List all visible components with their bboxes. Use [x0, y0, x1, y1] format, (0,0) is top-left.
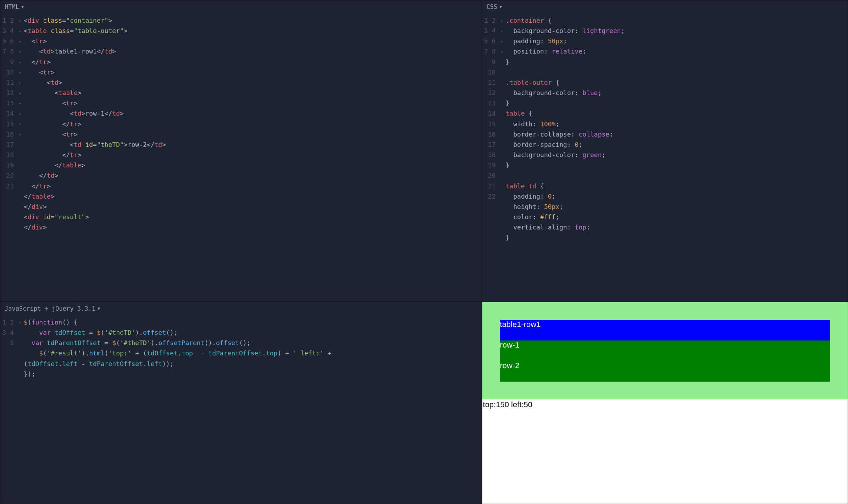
- preview-table-outer: table1-row1 row-1: [500, 320, 830, 382]
- table-row: row-1: [500, 340, 830, 361]
- html-pane-title: HTML: [5, 3, 19, 10]
- preview-cell-t1r1: table1-row1: [500, 320, 830, 340]
- css-fold-column: ▾ ▾ ▾ ▾: [501, 15, 506, 301]
- css-editor[interactable]: 1 2 3 4 5 6 7 8 9 10 11 12 13 14 15 16 1…: [482, 13, 848, 301]
- jsfiddle-layout: HTML ▼ 1 2 3 4 5 6 7 8 9 10 11 12 13 14 …: [0, 0, 848, 504]
- html-gutter: 1 2 3 4 5 6 7 8 9 10 11 12 13 14 15 16 1…: [0, 15, 19, 301]
- result-pane: table1-row1 row-1: [482, 302, 848, 504]
- preview-cell-nested: row-1 row-2: [500, 340, 830, 382]
- js-pane: JavaScript + jQuery 3.3.1 ▼ 1 2 3 4 5 ▾ …: [0, 302, 482, 504]
- chevron-down-icon: ▼: [499, 4, 502, 9]
- table-row: row-1 row-2: [500, 340, 830, 382]
- css-gutter: 1 2 3 4 5 6 7 8 9 10 11 12 13 14 15 16 1…: [482, 15, 501, 301]
- chevron-down-icon: ▼: [21, 4, 24, 9]
- js-pane-header[interactable]: JavaScript + jQuery 3.3.1 ▼: [0, 302, 482, 315]
- result-body: table1-row1 row-1: [482, 302, 848, 504]
- html-pane-header[interactable]: HTML ▼: [0, 0, 482, 13]
- chevron-down-icon: ▼: [98, 306, 100, 311]
- preview-cell-row1: row-1: [500, 340, 830, 361]
- css-code[interactable]: .container { background-color: lightgree…: [506, 15, 848, 301]
- js-fold-column: ▾: [19, 317, 24, 504]
- html-fold-column: ▾ ▾ ▾ ▾ ▾ ▾ ▾ ▾ ▾ ▾ ▾ ▾: [19, 15, 24, 301]
- table-row: table1-row1: [500, 320, 830, 340]
- html-pane: HTML ▼ 1 2 3 4 5 6 7 8 9 10 11 12 13 14 …: [0, 0, 482, 302]
- css-pane: CSS ▼ 1 2 3 4 5 6 7 8 9 10 11 12 13 14 1…: [482, 0, 848, 302]
- table-row: row-2: [500, 361, 830, 382]
- preview-result-text: top:150 left:50: [482, 399, 848, 411]
- css-pane-title: CSS: [487, 3, 498, 10]
- css-pane-header[interactable]: CSS ▼: [482, 0, 848, 13]
- html-editor[interactable]: 1 2 3 4 5 6 7 8 9 10 11 12 13 14 15 16 1…: [0, 13, 482, 301]
- preview-table-inner: row-1 row-2: [500, 340, 830, 382]
- preview-container: table1-row1 row-1: [482, 302, 848, 399]
- js-pane-title: JavaScript + jQuery 3.3.1: [5, 305, 95, 312]
- js-gutter: 1 2 3 4 5: [0, 317, 19, 504]
- js-code[interactable]: $(function() { var tdOffset = $('#theTD'…: [24, 317, 482, 504]
- html-code[interactable]: <div class="container"> <table class="ta…: [24, 15, 482, 301]
- js-editor[interactable]: 1 2 3 4 5 ▾ $(function() { var tdOffset …: [0, 315, 482, 504]
- preview-cell-row2: row-2: [500, 361, 830, 382]
